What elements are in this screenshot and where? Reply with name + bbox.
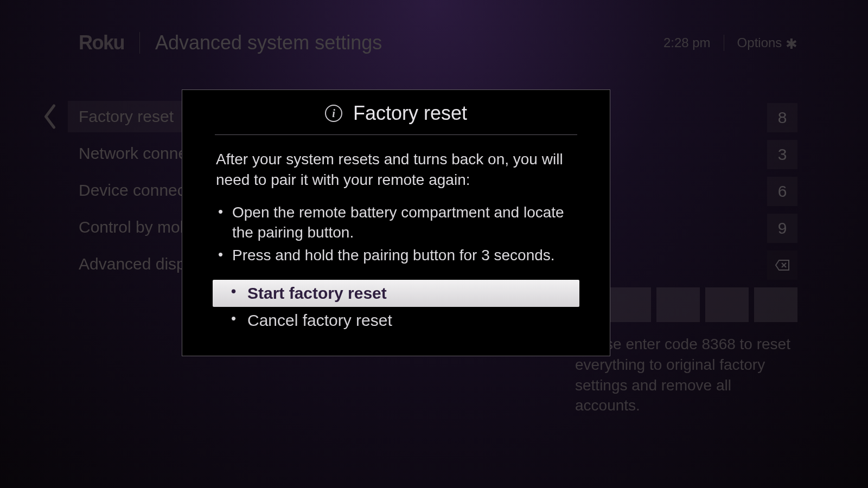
keypad-delete-icon[interactable]	[767, 251, 797, 280]
header-right-divider	[724, 35, 724, 51]
options-label[interactable]: Options ✱	[737, 35, 797, 51]
cancel-factory-reset-button[interactable]: Cancel factory reset	[213, 307, 579, 334]
keypad-6[interactable]: 6	[767, 177, 797, 206]
page-title: Advanced system settings	[155, 31, 382, 54]
header-left: Roku Advanced system settings	[79, 31, 382, 54]
dialog-title: Factory reset	[353, 102, 467, 125]
dialog-bullets: Open the remote battery compartment and …	[216, 202, 576, 266]
start-factory-reset-button[interactable]: Start factory reset	[213, 280, 579, 307]
clock: 2:28 pm	[663, 35, 711, 50]
back-icon[interactable]	[41, 103, 59, 132]
factory-reset-dialog: i Factory reset After your system resets…	[182, 89, 610, 356]
dialog-bullet: Open the remote battery compartment and …	[216, 202, 576, 243]
logo: Roku	[79, 31, 124, 54]
header-right: 2:28 pm Options ✱	[663, 35, 797, 51]
code-slot[interactable]	[705, 287, 749, 322]
header-divider	[139, 32, 140, 54]
dialog-body: After your system resets and turns back …	[182, 135, 610, 266]
code-slot[interactable]	[656, 287, 700, 322]
header: Roku Advanced system settings 2:28 pm Op…	[79, 31, 797, 54]
dialog-actions: Start factory reset Cancel factory reset	[213, 280, 579, 334]
keypad-9[interactable]: 9	[767, 214, 797, 243]
dialog-bullet: Press and hold the pairing button for 3 …	[216, 245, 576, 266]
code-slot[interactable]	[608, 287, 651, 322]
dialog-title-row: i Factory reset	[215, 102, 577, 135]
keypad-8[interactable]: 8	[767, 103, 797, 132]
star-icon: ✱	[786, 35, 797, 52]
dialog-intro: After your system resets and turns back …	[216, 149, 576, 190]
code-slot[interactable]	[754, 287, 797, 322]
info-icon: i	[325, 105, 342, 122]
keypad-3[interactable]: 3	[767, 140, 797, 169]
